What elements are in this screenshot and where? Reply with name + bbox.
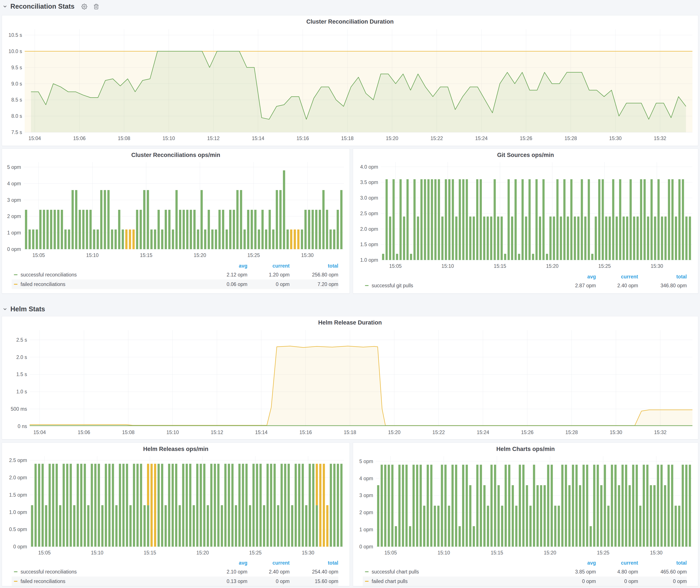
svg-text:15:20: 15:20 bbox=[386, 136, 398, 141]
legend-header: avg current total bbox=[363, 273, 687, 281]
legend-current-value: 0 opm bbox=[247, 281, 290, 287]
legend-sort-avg[interactable]: avg bbox=[559, 560, 596, 566]
legend-sort-avg[interactable]: avg bbox=[211, 263, 247, 269]
legend-total-value: 256.80 opm bbox=[290, 272, 338, 278]
legend-series-toggle[interactable]: failed chart pulls bbox=[363, 578, 559, 584]
legend-row: failed chart pulls 0 opm 0 opm 0 opm bbox=[363, 577, 687, 586]
series-color-swatch bbox=[14, 581, 18, 582]
svg-text:15:14: 15:14 bbox=[255, 430, 268, 435]
svg-text:1.5 opm: 1.5 opm bbox=[9, 492, 27, 498]
svg-text:15:05: 15:05 bbox=[389, 263, 402, 269]
legend-sort-total[interactable]: total bbox=[638, 560, 687, 566]
legend-series-toggle[interactable]: failed reconciliations bbox=[12, 578, 211, 584]
svg-text:15:32: 15:32 bbox=[654, 430, 667, 435]
svg-text:15:22: 15:22 bbox=[432, 430, 445, 435]
svg-text:15:25: 15:25 bbox=[249, 550, 262, 556]
svg-text:15:32: 15:32 bbox=[654, 136, 666, 141]
chevron-down-icon[interactable] bbox=[3, 4, 7, 9]
svg-text:15:08: 15:08 bbox=[122, 430, 135, 435]
legend-sort-current[interactable]: current bbox=[247, 560, 290, 566]
svg-text:15:10: 15:10 bbox=[437, 550, 450, 556]
svg-text:15:30: 15:30 bbox=[650, 550, 663, 556]
legend-total-value: 465.60 opm bbox=[638, 569, 687, 575]
legend-total-value: 7.20 opm bbox=[290, 281, 338, 287]
legend-series-toggle[interactable]: successful chart pulls bbox=[363, 569, 559, 575]
legend-avg-value: 0.13 opm bbox=[211, 578, 247, 584]
svg-text:15:12: 15:12 bbox=[207, 136, 220, 141]
legend-current-value: 0 opm bbox=[596, 578, 638, 584]
panel-git-sources-opm: Git Sources ops/min 15:0515:1015:1515:20… bbox=[353, 149, 698, 294]
svg-text:15:25: 15:25 bbox=[247, 252, 260, 258]
legend-current-value: 0 opm bbox=[247, 578, 290, 584]
panel-title[interactable]: Helm Releases ops/min bbox=[2, 446, 350, 452]
row-header-helm-stats[interactable]: Helm Stats bbox=[3, 303, 45, 316]
svg-text:15:26: 15:26 bbox=[521, 430, 534, 435]
svg-text:7.5 s: 7.5 s bbox=[11, 129, 22, 135]
legend-sort-current[interactable]: current bbox=[247, 263, 290, 269]
helm-releases-opm-chart[interactable]: 15:0515:1015:1515:2015:2515:302.5 opm2.0… bbox=[4, 453, 347, 557]
svg-text:15:28: 15:28 bbox=[565, 136, 577, 141]
svg-text:15:26: 15:26 bbox=[520, 136, 532, 141]
svg-text:15:20: 15:20 bbox=[546, 263, 559, 269]
panel-title[interactable]: Helm Charts ops/min bbox=[353, 446, 698, 452]
svg-text:15:08: 15:08 bbox=[118, 136, 130, 141]
legend-header: avg current total bbox=[12, 262, 338, 270]
trash-icon[interactable] bbox=[93, 4, 99, 10]
panel-title[interactable]: Cluster Reconciliations ops/min bbox=[2, 152, 350, 158]
legend-series-toggle[interactable]: successful git pulls bbox=[363, 283, 559, 289]
row-header-reconciliation-stats[interactable]: Reconciliation Stats bbox=[3, 0, 99, 13]
legend-series-toggle[interactable]: successful reconciliations bbox=[12, 272, 211, 278]
svg-text:2.0 opm: 2.0 opm bbox=[9, 475, 27, 480]
panel-helm-release-duration: Helm Release Duration 15:0415:0615:0815:… bbox=[2, 316, 698, 439]
legend-series-label: successful reconciliations bbox=[21, 569, 77, 575]
panel-cluster-reconciliations-opm: Cluster Reconciliations ops/min 15:0515:… bbox=[2, 149, 350, 294]
legend-sort-current[interactable]: current bbox=[596, 560, 638, 566]
svg-text:8.5 s: 8.5 s bbox=[11, 97, 22, 103]
legend-series-toggle[interactable]: failed reconciliations bbox=[12, 281, 211, 287]
svg-text:15:18: 15:18 bbox=[341, 136, 354, 141]
legend-series-toggle[interactable]: successful reconciliations bbox=[12, 569, 211, 575]
git-sources-opm-chart[interactable]: 15:0515:1015:1515:2015:2515:304.0 opm3.5… bbox=[355, 159, 696, 270]
legend-sort-avg[interactable]: avg bbox=[559, 274, 596, 280]
cluster-reconciliation-duration-chart[interactable]: 15:0415:0615:0815:1015:1215:1415:1615:18… bbox=[4, 26, 696, 143]
legend-avg-value: 0.06 opm bbox=[211, 281, 247, 287]
chevron-down-icon[interactable] bbox=[3, 307, 7, 312]
svg-text:15:10: 15:10 bbox=[442, 263, 454, 269]
legend-sort-total[interactable]: total bbox=[290, 263, 338, 269]
legend: avg current total successful chart pulls… bbox=[363, 559, 687, 586]
svg-text:15:10: 15:10 bbox=[166, 430, 179, 435]
section-title[interactable]: Reconciliation Stats bbox=[10, 3, 74, 10]
legend-avg-value: 2.12 opm bbox=[211, 272, 247, 278]
svg-text:1.0 opm: 1.0 opm bbox=[9, 509, 27, 515]
svg-text:15:25: 15:25 bbox=[597, 550, 610, 556]
svg-text:15:30: 15:30 bbox=[609, 136, 622, 141]
panel-title[interactable]: Git Sources ops/min bbox=[353, 152, 698, 158]
svg-text:2 opm: 2 opm bbox=[359, 510, 373, 515]
svg-text:15:24: 15:24 bbox=[477, 430, 489, 435]
legend-sort-total[interactable]: total bbox=[638, 274, 687, 280]
svg-text:15:04: 15:04 bbox=[29, 136, 41, 141]
svg-text:0 opm: 0 opm bbox=[13, 544, 27, 549]
panel-title[interactable]: Helm Release Duration bbox=[2, 319, 698, 326]
helm-release-duration-chart[interactable]: 15:0415:0615:0815:1015:1215:1415:1615:18… bbox=[4, 327, 696, 437]
cluster-reconciliations-opm-chart[interactable]: 15:0515:1015:1515:2015:2515:305 opm4 opm… bbox=[4, 159, 347, 259]
legend-sort-total[interactable]: total bbox=[290, 560, 338, 566]
helm-charts-opm-chart[interactable]: 15:0515:1015:1515:2015:2515:305 opm4 opm… bbox=[355, 453, 696, 557]
legend-row: failed reconciliations 0.13 opm 0 opm 15… bbox=[12, 577, 338, 586]
svg-text:2.5 opm: 2.5 opm bbox=[360, 211, 378, 216]
svg-text:15:05: 15:05 bbox=[384, 550, 397, 556]
svg-text:15:10: 15:10 bbox=[86, 252, 99, 258]
legend-row: successful git pulls 2.87 opm 2.40 opm 3… bbox=[363, 281, 687, 290]
svg-text:10.0 s: 10.0 s bbox=[8, 48, 22, 54]
legend-sort-avg[interactable]: avg bbox=[211, 560, 247, 566]
svg-text:15:28: 15:28 bbox=[565, 430, 578, 435]
gear-icon[interactable] bbox=[81, 4, 87, 10]
legend-sort-current[interactable]: current bbox=[596, 274, 638, 280]
svg-text:15:25: 15:25 bbox=[598, 263, 611, 269]
section-title[interactable]: Helm Stats bbox=[10, 305, 45, 313]
panel-title[interactable]: Cluster Reconciliation Duration bbox=[2, 18, 698, 25]
svg-text:1 opm: 1 opm bbox=[7, 230, 21, 236]
svg-text:15:10: 15:10 bbox=[91, 550, 103, 556]
svg-text:15:06: 15:06 bbox=[73, 136, 86, 141]
legend-row: successful reconciliations 2.10 opm 2.40… bbox=[12, 567, 338, 577]
